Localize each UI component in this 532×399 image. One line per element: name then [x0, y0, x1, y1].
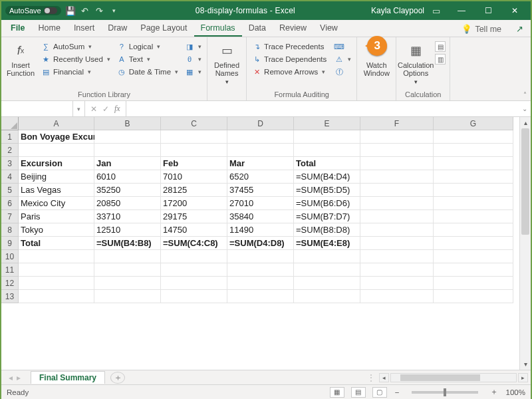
collapse-ribbon-button[interactable]: ˄ [520, 90, 529, 99]
math-button[interactable]: θ▾ [184, 54, 203, 65]
col-header[interactable]: D [227, 117, 294, 130]
cell[interactable] [294, 144, 360, 157]
autosave-toggle[interactable]: AutoSave [5, 6, 61, 15]
row-header[interactable]: 3 [1, 157, 19, 170]
cell[interactable] [360, 263, 434, 277]
tab-file[interactable]: File [4, 21, 32, 37]
cell[interactable] [360, 210, 434, 223]
cell[interactable]: =SUM(C4:C8) [161, 237, 227, 250]
scroll-down-icon[interactable]: ▾ [520, 358, 531, 370]
row-header[interactable]: 4 [1, 170, 19, 184]
more-functions-button[interactable]: ▦▾ [184, 66, 203, 77]
name-box-dropdown[interactable]: ▾ [73, 101, 85, 116]
minimize-button[interactable]: — [448, 1, 475, 20]
cell[interactable] [434, 237, 513, 250]
cell[interactable] [434, 170, 513, 184]
calculation-options-button[interactable]: ▦ Calculation Options ▾ [400, 40, 431, 89]
cell[interactable] [294, 250, 360, 263]
cell[interactable]: Mexico City [19, 197, 94, 210]
cell[interactable]: 33710 [94, 210, 161, 223]
cell[interactable]: Bon Voyage Excursions [19, 130, 94, 144]
fx-icon[interactable]: fx [114, 104, 120, 114]
row-header[interactable]: 5 [1, 184, 19, 197]
cell[interactable] [360, 250, 434, 263]
cell[interactable]: Total [19, 237, 94, 250]
row-header[interactable]: 11 [1, 263, 19, 277]
col-header[interactable]: B [94, 117, 161, 130]
cell[interactable]: Beijing [19, 170, 94, 184]
recently-used-button[interactable]: ★Recently Used▾ [40, 54, 112, 65]
row-header[interactable]: 9 [1, 237, 19, 250]
cell[interactable] [294, 263, 360, 277]
row-header[interactable]: 12 [1, 277, 19, 290]
tab-home[interactable]: Home [32, 21, 67, 37]
cell[interactable] [294, 277, 360, 290]
cell[interactable] [434, 290, 513, 303]
cell[interactable] [161, 250, 227, 263]
expand-formula-bar[interactable]: ⌄ [519, 101, 531, 116]
cell[interactable] [360, 184, 434, 197]
cell[interactable] [360, 144, 434, 157]
cell[interactable]: Mar [227, 157, 294, 170]
cell[interactable] [360, 290, 434, 303]
cell[interactable]: Total [294, 157, 360, 170]
trace-dependents-button[interactable]: ↳Trace Dependents [251, 54, 328, 65]
trace-precedents-button[interactable]: ↴Trace Precedents [251, 41, 328, 52]
date-time-button[interactable]: ◷Date & Time▾ [116, 66, 180, 77]
normal-view-button[interactable]: ▦ [330, 387, 344, 398]
undo-icon[interactable]: ↶ [80, 5, 90, 16]
cell[interactable] [360, 277, 434, 290]
cell[interactable] [227, 130, 294, 144]
row-header[interactable]: 7 [1, 210, 19, 223]
zoom-out-button[interactable]: − [394, 388, 401, 396]
financial-button[interactable]: ▤Financial▾ [40, 66, 112, 77]
cell[interactable]: =SUM(D4:D8) [227, 237, 294, 250]
zoom-in-button[interactable]: ＋ [489, 387, 499, 397]
sheet-nav[interactable]: ◂▸ [1, 373, 28, 382]
cell[interactable] [360, 223, 434, 237]
row-header[interactable]: 13 [1, 290, 19, 303]
cell[interactable] [19, 263, 94, 277]
tab-insert[interactable]: Insert [67, 21, 101, 37]
cell[interactable] [434, 144, 513, 157]
cell[interactable] [161, 277, 227, 290]
col-header[interactable]: G [434, 117, 513, 130]
scroll-up-icon[interactable]: ▴ [520, 117, 531, 128]
cell[interactable] [161, 144, 227, 157]
col-header[interactable]: C [161, 117, 227, 130]
cell[interactable] [19, 250, 94, 263]
cell[interactable]: =SUM(B6:D6) [294, 197, 360, 210]
tab-view[interactable]: View [313, 21, 344, 37]
row-header[interactable]: 1 [1, 130, 19, 144]
redo-icon[interactable]: ↷ [94, 5, 105, 16]
cell[interactable] [94, 277, 161, 290]
cell[interactable] [227, 144, 294, 157]
cancel-icon[interactable]: ✕ [90, 104, 97, 114]
row-header[interactable]: 8 [1, 223, 19, 237]
cell[interactable] [227, 263, 294, 277]
cell[interactable] [360, 237, 434, 250]
cell[interactable]: Excursion [19, 157, 94, 170]
scroll-thumb[interactable] [521, 128, 529, 235]
cell[interactable]: 37455 [227, 184, 294, 197]
cell[interactable]: =SUM(B7:D7) [294, 210, 360, 223]
cell[interactable]: =SUM(E4:E8) [294, 237, 360, 250]
col-header[interactable]: E [294, 117, 360, 130]
cell[interactable]: 20850 [94, 197, 161, 210]
save-icon[interactable]: 💾 [65, 5, 76, 16]
ribbon-display-icon[interactable]: ▭ [431, 5, 442, 16]
cell[interactable] [94, 144, 161, 157]
qat-customize-icon[interactable]: ▾ [109, 5, 120, 16]
cell[interactable] [434, 197, 513, 210]
cell[interactable]: Las Vegas [19, 184, 94, 197]
lookup-button[interactable]: ◨▾ [184, 41, 203, 52]
vertical-scrollbar[interactable]: ▴ ▾ [519, 117, 531, 370]
maximize-button[interactable]: ☐ [475, 1, 501, 20]
scroll-thumb[interactable] [400, 374, 480, 381]
cell[interactable]: =SUM(B4:D4) [294, 170, 360, 184]
cell[interactable] [434, 157, 513, 170]
user-name[interactable]: Kayla Claypool [371, 6, 424, 15]
select-all-corner[interactable] [1, 117, 19, 130]
col-header[interactable]: F [360, 117, 434, 130]
cell[interactable] [434, 223, 513, 237]
